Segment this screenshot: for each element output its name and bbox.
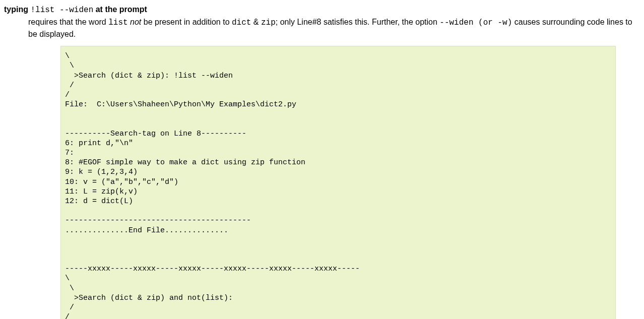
desc-code1: list <box>108 18 127 27</box>
desc-part2: be present in addition to <box>141 18 232 26</box>
desc-part1: requires that the word <box>28 18 108 26</box>
desc-part3: & <box>251 18 261 26</box>
desc-italic1: not <box>128 18 142 26</box>
desc-part4: ; only Line#8 satisfies this. Further, t… <box>276 18 440 26</box>
desc-code2: dict <box>232 18 251 27</box>
desc-code3: zip <box>261 18 276 27</box>
description-text: requires that the word list not be prese… <box>28 17 640 40</box>
desc-code4: --widen (or -w) <box>439 18 512 27</box>
code-block: \ \ >Search (dict & zip): !list --widen … <box>60 46 616 319</box>
section-heading: typing !list --widen at the prompt <box>4 4 640 16</box>
heading-suffix: at the prompt <box>93 5 147 14</box>
heading-code: !list --widen <box>30 6 93 15</box>
heading-prefix: typing <box>4 5 30 14</box>
